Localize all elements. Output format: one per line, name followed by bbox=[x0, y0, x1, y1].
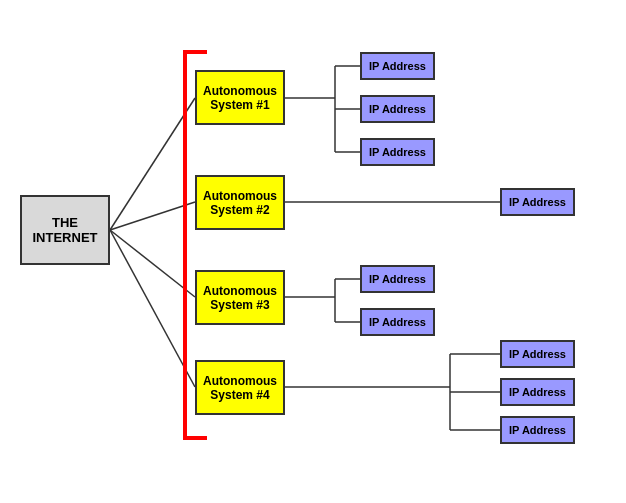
as2-label: AutonomousSystem #2 bbox=[203, 189, 277, 217]
ip-box-as4-3: IP Address bbox=[500, 416, 575, 444]
as-box-2: AutonomousSystem #2 bbox=[195, 175, 285, 230]
ip-box-as1-3: IP Address bbox=[360, 138, 435, 166]
as3-label: AutonomousSystem #3 bbox=[203, 284, 277, 312]
ip-box-as3-2: IP Address bbox=[360, 308, 435, 336]
svg-line-1 bbox=[110, 202, 195, 230]
svg-line-3 bbox=[110, 230, 195, 387]
as-box-3: AutonomousSystem #3 bbox=[195, 270, 285, 325]
ip-box-far-as12: IP Address bbox=[500, 188, 575, 216]
as4-label: AutonomousSystem #4 bbox=[203, 374, 277, 402]
svg-line-2 bbox=[110, 230, 195, 297]
diagram: THE INTERNET AutonomousSystem #1 Autonom… bbox=[0, 0, 626, 503]
internet-label: THE INTERNET bbox=[22, 215, 108, 245]
as1-label: AutonomousSystem #1 bbox=[203, 84, 277, 112]
ip-box-as4-2: IP Address bbox=[500, 378, 575, 406]
as-box-1: AutonomousSystem #1 bbox=[195, 70, 285, 125]
ip-box-as1-1: IP Address bbox=[360, 52, 435, 80]
ip-box-as1-2: IP Address bbox=[360, 95, 435, 123]
svg-line-0 bbox=[110, 98, 195, 230]
ip-box-as3-1: IP Address bbox=[360, 265, 435, 293]
ip-box-as4-1: IP Address bbox=[500, 340, 575, 368]
as-box-4: AutonomousSystem #4 bbox=[195, 360, 285, 415]
internet-box: THE INTERNET bbox=[20, 195, 110, 265]
